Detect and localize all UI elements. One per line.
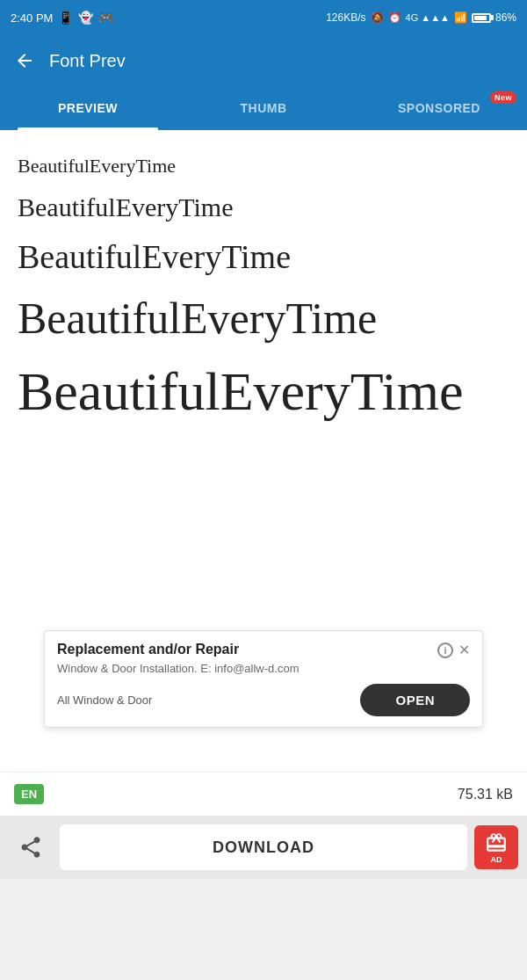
battery-icon (472, 13, 491, 23)
wifi-icon: 📶 (454, 11, 467, 24)
signal-icons: 4G ▲▲▲ (406, 12, 450, 23)
ad-close-button[interactable]: ✕ (458, 642, 470, 658)
ad-footer: All Window & Door OPEN (57, 684, 470, 716)
snapchat-icon: 👻 (78, 11, 93, 25)
new-badge: New (490, 91, 516, 104)
font-preview-4: BeautifulEveryTime (18, 285, 509, 352)
font-preview-area: BeautifulEveryTime BeautifulEveryTime Be… (0, 130, 527, 772)
network-speed: 126KB/s (326, 11, 365, 24)
tab-thumb[interactable]: THUMB (176, 86, 351, 130)
ad-header: Replacement and/or Repair i ✕ (57, 642, 470, 658)
download-button[interactable]: DOWNLOAD (60, 824, 467, 870)
back-button[interactable] (14, 50, 35, 71)
bottom-info-bar: EN 75.31 kB (0, 772, 527, 816)
ad-open-button[interactable]: OPEN (360, 684, 470, 716)
gift-ad-button[interactable]: AD (474, 825, 518, 869)
whatsapp-icon: 📱 (58, 11, 73, 25)
ad-subtitle: Window & Door Installation. E: info@allw… (57, 662, 470, 675)
font-preview-1: BeautifulEveryTime (18, 148, 509, 185)
font-preview-3: BeautifulEveryTime (18, 230, 509, 285)
bottom-action-bar: DOWNLOAD AD (0, 816, 527, 879)
ad-title: Replacement and/or Repair (57, 642, 239, 657)
tab-preview[interactable]: PREVIEW (0, 86, 176, 130)
file-size: 75.31 kB (458, 787, 513, 802)
app-bar: Font Prev (0, 35, 527, 86)
app-title: Font Prev (49, 51, 126, 71)
ad-company: All Window & Door (57, 693, 152, 707)
status-right: 126KB/s 🔕 ⏰ 4G ▲▲▲ 📶 86% (326, 11, 516, 24)
ad-info-button[interactable]: i (437, 642, 453, 658)
status-bar: 2:40 PM 📱 👻 🎮 126KB/s 🔕 ⏰ 4G ▲▲▲ 📶 86% (0, 0, 527, 35)
ad-label: AD (491, 855, 502, 864)
ad-banner: Replacement and/or Repair i ✕ Window & D… (44, 630, 483, 728)
font-preview-2: BeautifulEveryTime (18, 185, 509, 230)
mute-icon: 🔕 (371, 11, 384, 24)
tab-bar: PREVIEW THUMB SPONSORED New (0, 86, 527, 130)
status-left: 2:40 PM 📱 👻 🎮 (11, 11, 113, 25)
alarm-icon: ⏰ (388, 11, 401, 24)
time: 2:40 PM (11, 11, 53, 25)
battery-percent: 86% (495, 11, 516, 24)
tab-sponsored[interactable]: SPONSORED New (351, 86, 527, 130)
font-preview-5: BeautifulEveryTime (18, 352, 509, 431)
game-icon: 🎮 (98, 11, 113, 25)
language-badge: EN (14, 784, 44, 804)
ad-controls: i ✕ (437, 642, 470, 658)
share-button[interactable] (9, 825, 53, 869)
